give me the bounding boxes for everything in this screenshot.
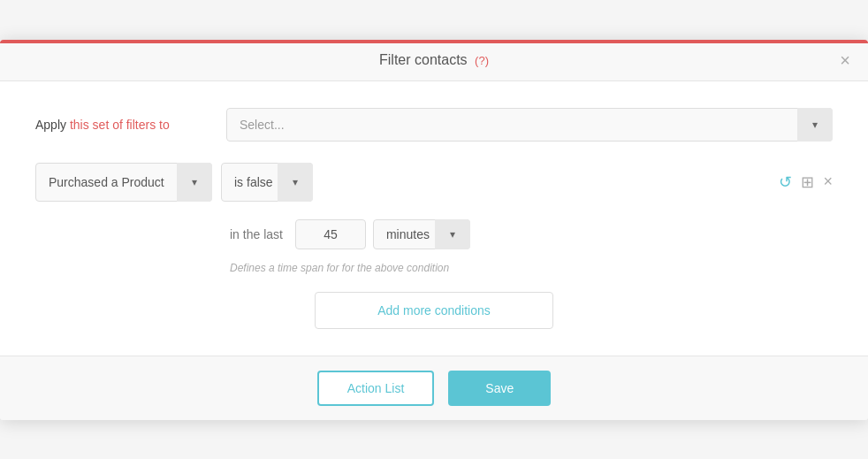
time-unit-select[interactable]: minutes — [373, 219, 470, 249]
undo-icon[interactable]: ↺ — [779, 172, 792, 192]
action-list-button[interactable]: Action List — [317, 371, 435, 406]
header-bar — [0, 40, 868, 43]
filter-apply-label: Apply this set of filters to — [35, 118, 212, 132]
filter-modal: Filter contacts (?) × Apply this set of … — [0, 40, 868, 420]
filter-apply-highlight: this set of filters to — [70, 118, 170, 132]
modal-title-text: Filter contacts — [379, 52, 468, 67]
condition-operator-select[interactable]: is false — [221, 163, 313, 202]
filter-apply-select[interactable]: Select... — [226, 108, 833, 142]
filter-apply-prefix: Apply — [35, 118, 70, 132]
time-span-row: in the last minutes ▾ Defines a time spa… — [230, 219, 833, 274]
condition-close-icon[interactable]: × — [823, 172, 833, 191]
condition-row: Purchased a Product ▾ is false ▾ ↺ ⊞ × — [35, 163, 833, 202]
modal-footer: Action List Save — [0, 356, 868, 420]
add-conditions-button[interactable]: Add more conditions — [315, 292, 553, 329]
condition-field-wrapper: Purchased a Product ▾ — [35, 163, 212, 202]
time-value-input[interactable] — [295, 219, 366, 249]
modal-help-label: (?) — [475, 54, 489, 67]
filter-apply-select-wrapper: Select... ▾ — [226, 108, 833, 142]
time-span-label: in the last — [230, 227, 283, 241]
save-button[interactable]: Save — [448, 371, 551, 406]
condition-actions: ↺ ⊞ × — [779, 172, 833, 192]
condition-field-select[interactable]: Purchased a Product — [35, 163, 212, 202]
time-span-controls: in the last minutes ▾ — [230, 219, 470, 249]
grid-icon[interactable]: ⊞ — [801, 172, 814, 192]
modal-body: Apply this set of filters to Select... ▾… — [0, 81, 868, 356]
time-unit-wrapper: minutes ▾ — [373, 219, 470, 249]
modal-header: Filter contacts (?) × — [0, 40, 868, 81]
filter-apply-row: Apply this set of filters to Select... ▾ — [35, 108, 833, 142]
modal-title: Filter contacts (?) — [379, 52, 489, 68]
condition-operator-wrapper: is false ▾ — [221, 163, 313, 202]
close-button[interactable]: × — [840, 51, 850, 69]
time-span-hint: Defines a time span for for the above co… — [230, 262, 449, 274]
